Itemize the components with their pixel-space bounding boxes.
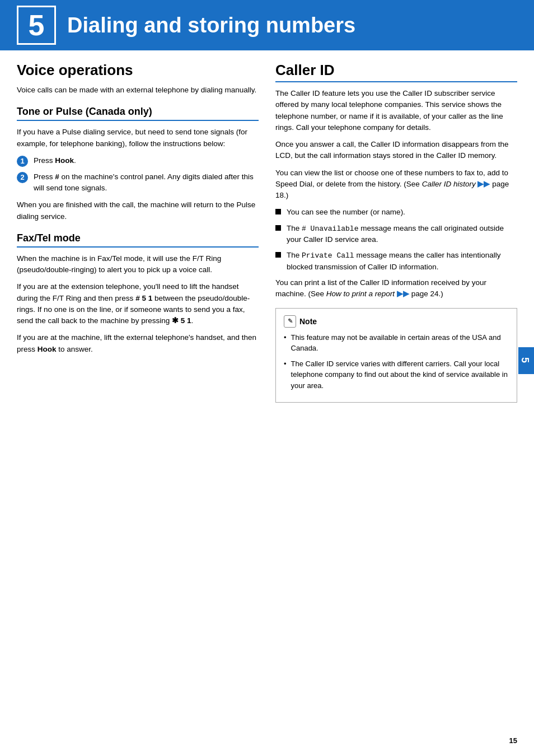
right-column: Caller ID The Caller ID feature lets you… [275, 62, 517, 403]
page-number: 15 [509, 736, 517, 745]
tone-pulse-outro: When you are finished with the call, the… [17, 199, 259, 222]
fax-tel-para1: When the machine is in Fax/Tel mode, it … [17, 253, 259, 276]
caller-id-para3: You can view the list or choose one of t… [275, 167, 517, 202]
fax-tel-para3: If you are at the machine, lift the exte… [17, 332, 259, 355]
voice-operations-title: Voice operations [17, 62, 259, 79]
step-2-text: Press # on the machine's control panel. … [34, 171, 259, 194]
bullet-square-3 [275, 252, 281, 258]
step-2-number: 2 [17, 172, 28, 183]
tone-pulse-steps: 1 Press Hook. 2 Press # on the machine's… [17, 155, 259, 194]
caller-id-para1: The Caller ID feature lets you use the C… [275, 88, 517, 133]
fax-tel-section: Fax/Tel mode When the machine is in Fax/… [17, 232, 259, 355]
step-1: 1 Press Hook. [17, 155, 259, 167]
tone-pulse-section: Tone or Pulse (Canada only) If you have … [17, 106, 259, 222]
bullet-square-1 [275, 209, 281, 214]
bullet-text-1: You can see the number (or name). [287, 207, 405, 218]
note-title: ✎ Note [284, 315, 509, 328]
note-item-2: The Caller ID service varies with differ… [284, 358, 509, 391]
note-label: Note [299, 317, 317, 326]
caller-id-section: Caller ID The Caller ID feature lets you… [275, 62, 517, 300]
step-1-number: 1 [17, 156, 28, 167]
bullet-square-2 [275, 225, 281, 231]
caller-id-title: Caller ID [275, 62, 517, 79]
bullet-text-2: The # Unavailable message means the call… [287, 223, 517, 246]
fax-tel-title: Fax/Tel mode [17, 232, 259, 248]
tone-pulse-title: Tone or Pulse (Canada only) [17, 106, 259, 121]
step-2: 2 Press # on the machine's control panel… [17, 171, 259, 194]
bullet-text-3: The Private Call message means the calle… [287, 250, 517, 273]
fax-tel-para2: If you are at the extension telephone, y… [17, 281, 259, 326]
bullet-item-1: You can see the number (or name). [275, 207, 517, 218]
header-banner: 5 Dialing and storing numbers [0, 0, 534, 50]
caller-id-rule [275, 81, 517, 82]
left-column: Voice operations Voice calls can be made… [17, 62, 259, 403]
voice-operations-intro: Voice calls can be made with an external… [17, 85, 259, 96]
caller-id-para4: You can print a list of the Caller ID in… [275, 277, 517, 300]
tone-pulse-intro: If you have a Pulse dialing service, but… [17, 127, 259, 150]
chapter-title: Dialing and storing numbers [67, 13, 355, 38]
bullet-item-2: The # Unavailable message means the call… [275, 223, 517, 246]
main-content: Voice operations Voice calls can be made… [0, 62, 534, 403]
note-item-1: This feature may not be available in cer… [284, 332, 509, 354]
note-icon: ✎ [284, 315, 296, 328]
caller-id-para2: Once you answer a call, the Caller ID in… [275, 139, 517, 162]
bullet-item-3: The Private Call message means the calle… [275, 250, 517, 273]
step-1-text: Press Hook. [34, 155, 76, 166]
note-box: ✎ Note This feature may not be available… [275, 308, 517, 403]
caller-id-bullets: You can see the number (or name). The # … [275, 207, 517, 273]
chapter-number: 5 [17, 6, 56, 45]
voice-operations-section: Voice operations Voice calls can be made… [17, 62, 259, 96]
note-list: This feature may not be available in cer… [284, 332, 509, 391]
